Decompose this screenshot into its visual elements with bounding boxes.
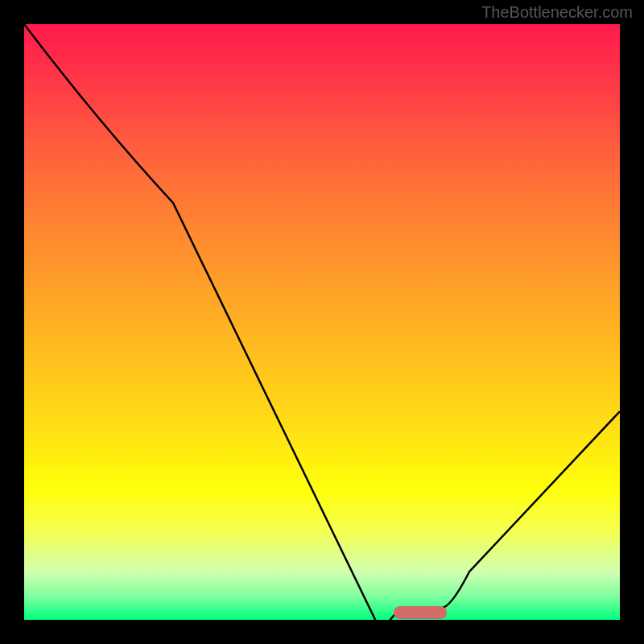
chart-plot-area xyxy=(24,24,620,620)
watermark-text: TheBottlenecker.com xyxy=(481,3,633,22)
bottleneck-curve xyxy=(24,24,620,620)
optimum-marker xyxy=(394,606,448,619)
